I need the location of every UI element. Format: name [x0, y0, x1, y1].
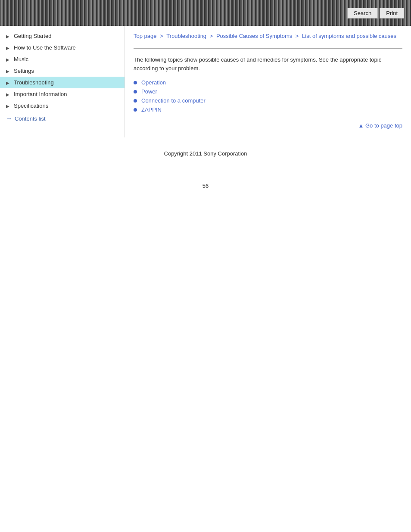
sidebar-arrow-icon-specifications: ▶ [6, 104, 10, 108]
sidebar-item-specifications[interactable]: ▶Specifications [0, 100, 125, 112]
bullet-dot-operation [134, 81, 137, 84]
sidebar-arrow-icon-troubleshooting: ▶ [6, 81, 10, 85]
topic-link-power[interactable]: Power [141, 88, 157, 95]
content-description: The following topics show possible cause… [134, 56, 402, 74]
bullet-dot-power [134, 90, 137, 93]
go-to-page-top-link[interactable]: ▲ Go to page top [358, 122, 403, 129]
sidebar: ▶Getting Started▶How to Use the Software… [0, 26, 125, 137]
page-number: 56 [0, 183, 411, 189]
sidebar-item-getting-started[interactable]: ▶Getting Started [0, 30, 125, 42]
sidebar-label-important-info: Important Information [14, 91, 67, 97]
contents-list-link[interactable]: → Contents list [0, 112, 125, 125]
topic-link-connection-to-computer[interactable]: Connection to a computer [141, 97, 206, 104]
copyright-text: Copyright 2011 Sony Corporation [164, 150, 247, 157]
contents-list-label: Contents list [15, 115, 46, 122]
breadcrumb-separator-3: > [296, 33, 300, 39]
sidebar-label-getting-started: Getting Started [14, 33, 51, 39]
sidebar-arrow-icon-important-info: ▶ [6, 92, 10, 96]
sidebar-item-music[interactable]: ▶Music [0, 53, 125, 65]
topic-link-operation[interactable]: Operation [141, 79, 166, 86]
sidebar-arrow-icon-settings: ▶ [6, 69, 10, 73]
sidebar-label-troubleshooting: Troubleshooting [14, 79, 54, 86]
sidebar-arrow-icon-how-to-use: ▶ [6, 46, 10, 50]
sidebar-arrow-icon-music: ▶ [6, 57, 10, 62]
header-bar: Search Print [0, 0, 411, 26]
sidebar-item-important-info[interactable]: ▶Important Information [0, 88, 125, 100]
sidebar-item-settings[interactable]: ▶Settings [0, 65, 125, 77]
content-area: Top page > Troubleshooting > Possible Ca… [125, 26, 411, 137]
bullet-dot-zappin [134, 108, 137, 112]
sidebar-label-specifications: Specifications [14, 103, 48, 109]
bullet-dot-connection-to-computer [134, 99, 137, 103]
breadcrumb-possible-causes[interactable]: Possible Causes of Symptoms [216, 33, 292, 39]
page-top-row: ▲ Go to page top [134, 115, 402, 129]
sidebar-label-music: Music [14, 56, 28, 62]
list-item-power: Power [134, 88, 402, 95]
contents-list-arrow-icon: → [6, 115, 12, 122]
breadcrumb-top-page[interactable]: Top page [134, 33, 157, 39]
topic-link-zappin[interactable]: ZAPPIN [141, 106, 162, 113]
sidebar-item-how-to-use[interactable]: ▶How to Use the Software [0, 42, 125, 53]
sidebar-label-how-to-use: How to Use the Software [14, 44, 76, 51]
breadcrumb-separator-1: > [160, 33, 165, 39]
sidebar-arrow-icon-getting-started: ▶ [6, 34, 10, 38]
sidebar-label-settings: Settings [14, 68, 34, 74]
topic-list: OperationPowerConnection to a computerZA… [134, 79, 402, 113]
list-item-zappin: ZAPPIN [134, 106, 402, 113]
breadcrumb-list-of-symptoms[interactable]: List of symptoms and possible causes [302, 33, 396, 39]
footer: Copyright 2011 Sony Corporation [0, 150, 411, 165]
list-item-operation: Operation [134, 79, 402, 86]
breadcrumb-separator-2: > [210, 33, 215, 39]
sidebar-item-troubleshooting[interactable]: ▶Troubleshooting [0, 77, 125, 88]
breadcrumb-troubleshooting[interactable]: Troubleshooting [166, 33, 206, 39]
search-button[interactable]: Search [347, 8, 378, 19]
print-button[interactable]: Print [380, 8, 404, 19]
list-item-connection-to-computer: Connection to a computer [134, 97, 402, 104]
content-divider [134, 48, 402, 49]
breadcrumb: Top page > Troubleshooting > Possible Ca… [134, 32, 402, 40]
main-container: ▶Getting Started▶How to Use the Software… [0, 26, 411, 137]
